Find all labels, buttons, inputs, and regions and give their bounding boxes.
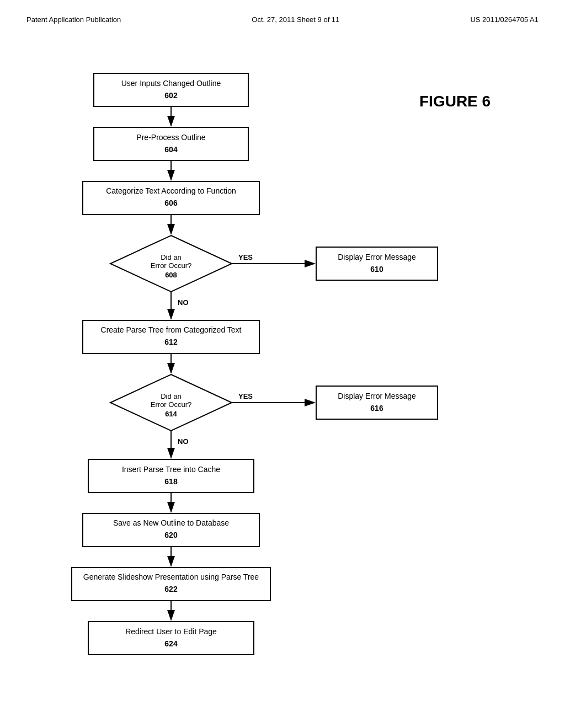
box-602: [94, 73, 248, 106]
box-620-label: Save as New Outline to Database: [113, 518, 229, 527]
diamond-614-label2: Error Occur?: [151, 400, 191, 409]
diamond-608-label2: Error Occur?: [151, 261, 191, 270]
box-604-label: Pre-Process Outline: [136, 133, 205, 142]
box-620-number: 620: [164, 531, 178, 539]
box-606-label: Categorize Text According to Function: [106, 186, 236, 195]
box-612-label: Create Parse Tree from Categorized Text: [101, 325, 242, 334]
box-610-label: Display Error Message: [338, 253, 416, 261]
flowchart-svg: FIGURE 6 User Inputs Changed Outline 602…: [0, 24, 565, 697]
label-614-yes: YES: [238, 392, 253, 400]
box-618-label: Insert Parse Tree into Cache: [122, 465, 220, 474]
box-622-number: 622: [164, 585, 178, 593]
header-center: Oct. 27, 2011 Sheet 9 of 11: [252, 15, 339, 24]
box-618-number: 618: [164, 477, 178, 486]
box-624-number: 624: [164, 639, 178, 648]
header-left: Patent Application Publication: [26, 15, 121, 24]
box-610-number: 610: [370, 265, 383, 274]
box-622-label: Generate Slideshow Presentation using Pa…: [83, 572, 259, 581]
box-618: [88, 459, 254, 493]
box-610: [316, 247, 438, 280]
box-604: [94, 127, 248, 160]
label-608-no: NO: [178, 298, 189, 307]
label-614-no: NO: [178, 437, 189, 446]
diamond-608-label1: Did an: [161, 253, 182, 261]
flowchart: FIGURE 6 User Inputs Changed Outline 602…: [0, 24, 565, 699]
box-624: [88, 622, 254, 655]
box-602-label: User Inputs Changed Outline: [121, 79, 221, 88]
diamond-614-label1: Did an: [161, 392, 182, 400]
page-header: Patent Application Publication Oct. 27, …: [0, 0, 565, 24]
box-604-number: 604: [164, 145, 178, 154]
label-608-yes: YES: [238, 253, 253, 261]
box-616: [316, 386, 438, 419]
figure-label: FIGURE 6: [419, 93, 491, 110]
box-602-number: 602: [164, 91, 178, 100]
box-616-label: Display Error Message: [338, 392, 416, 400]
box-612-number: 612: [164, 338, 178, 346]
diamond-614-number: 614: [165, 410, 177, 418]
box-616-number: 616: [370, 404, 383, 413]
box-624-label: Redirect User to Edit Page: [125, 627, 217, 636]
header-right: US 2011/0264705 A1: [470, 15, 539, 24]
diamond-608-number: 608: [165, 271, 177, 279]
box-606-number: 606: [164, 199, 178, 207]
